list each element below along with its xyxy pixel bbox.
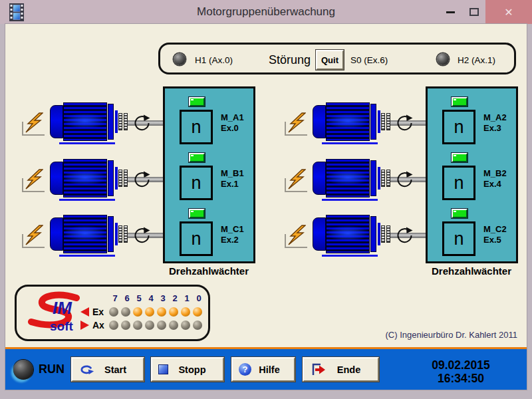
date-text: 09.02.2015 bbox=[408, 358, 514, 372]
start-icon bbox=[78, 362, 94, 378]
unit-ex: Ex.4 bbox=[483, 179, 507, 190]
lightning-icon bbox=[23, 224, 43, 247]
time-text: 16:34:50 bbox=[408, 372, 514, 385]
unit-name: M_A2 bbox=[483, 112, 507, 123]
exit-icon bbox=[310, 362, 327, 378]
speed-monitor-box: n bbox=[180, 221, 213, 256]
rotation-arrow-icon bbox=[130, 225, 152, 246]
ax-bit-led-5 bbox=[133, 321, 142, 330]
unit-name: M_B2 bbox=[483, 168, 507, 179]
power-bolt-button-a1[interactable] bbox=[22, 110, 45, 136]
speed-ok-led bbox=[452, 97, 467, 106]
lightning-icon bbox=[286, 168, 306, 191]
speed-monitor-box: n bbox=[180, 166, 213, 200]
stoerung-panel: H1 (Ax.0) Störung Quit S0 (Ex.6) H2 (Ax.… bbox=[158, 43, 516, 74]
watchdog-unit: n M_B1Ex.1 bbox=[165, 148, 253, 204]
speed-monitor-box: n bbox=[442, 221, 475, 256]
stoerung-title: Störung bbox=[269, 53, 311, 67]
run-led bbox=[13, 360, 33, 380]
close-button[interactable]: ✕ bbox=[485, 0, 532, 24]
speed-ok-led bbox=[189, 97, 205, 106]
power-bolt-button-c1[interactable] bbox=[22, 223, 45, 248]
window-controls: ✕ bbox=[439, 0, 532, 24]
speed-monitor-box: n bbox=[442, 166, 475, 200]
ax-bit-led-3 bbox=[157, 321, 166, 330]
lightning-icon bbox=[286, 112, 306, 134]
ex-bit-led-7 bbox=[109, 307, 118, 317]
power-bolt-button-a2[interactable] bbox=[285, 110, 307, 136]
watchdog-unit: n M_A1Ex.0 bbox=[165, 92, 253, 148]
unit-ex: Ex.3 bbox=[483, 123, 507, 134]
h1-label: H1 (Ax.0) bbox=[195, 55, 233, 65]
speed-ok-led bbox=[452, 153, 467, 162]
motor-base bbox=[59, 142, 115, 144]
ex-arrow-icon bbox=[80, 307, 89, 317]
motor-body bbox=[63, 102, 107, 141]
ax-bit-led-6 bbox=[121, 321, 130, 330]
bit-numbers: 76 54 32 10 bbox=[109, 293, 205, 303]
speed-ok-led bbox=[189, 153, 205, 162]
unit-name: M_B1 bbox=[221, 168, 244, 179]
speed-watchdog-panel-2: n M_A2Ex.3 n M_B2Ex.4 n M_C2Ex.5 bbox=[426, 86, 518, 263]
ex-row-label: Ex bbox=[92, 307, 104, 317]
ex-bit-led-1 bbox=[181, 307, 190, 317]
stopp-button[interactable]: Stopp bbox=[151, 357, 224, 382]
start-button[interactable]: Start bbox=[71, 357, 144, 382]
titlebar: Motorgruppenüberwachung ✕ bbox=[0, 0, 532, 24]
datetime-display: 09.02.2015 16:34:50 bbox=[408, 358, 514, 385]
motor-b1 bbox=[50, 159, 128, 201]
watchdog-label-2: Drehzahlwächter bbox=[405, 265, 532, 277]
unit-name: M_C1 bbox=[221, 224, 244, 235]
minimize-button[interactable] bbox=[439, 0, 462, 24]
ex-bit-led-5 bbox=[133, 307, 142, 317]
motor-c2 bbox=[313, 215, 391, 257]
ex-led-row bbox=[109, 307, 202, 317]
h2-indicator-led bbox=[437, 53, 449, 65]
ex-bit-led-4 bbox=[145, 307, 154, 317]
motor-a1 bbox=[50, 102, 128, 144]
power-bolt-button-b1[interactable] bbox=[22, 167, 45, 192]
rotation-arrow-icon bbox=[130, 169, 152, 190]
unit-ex: Ex.1 bbox=[221, 179, 244, 190]
unit-ex: Ex.0 bbox=[221, 123, 244, 134]
rotation-arrow-icon bbox=[393, 112, 414, 134]
ax-arrow-icon bbox=[80, 321, 89, 330]
copyright-text: (C) Ingenieurbüro Dr. Kahlert 2011 bbox=[285, 330, 517, 340]
ax-bit-led-0 bbox=[193, 321, 202, 330]
speed-monitor-box: n bbox=[442, 110, 475, 144]
ex-bit-led-0 bbox=[193, 307, 202, 317]
ax-row-label: Ax bbox=[92, 320, 104, 331]
motor-endcap bbox=[50, 105, 63, 138]
watchdog-unit: n M_B2Ex.4 bbox=[428, 148, 516, 204]
watchdog-unit: n M_A2Ex.3 bbox=[428, 92, 516, 148]
power-bolt-button-c2[interactable] bbox=[285, 223, 307, 248]
unit-name: M_A1 bbox=[221, 112, 244, 123]
motor-c1 bbox=[50, 215, 128, 257]
hilfe-button[interactable]: Hilfe bbox=[231, 357, 295, 382]
close-icon: ✕ bbox=[504, 6, 513, 19]
client-area: H1 (Ax.0) Störung Quit S0 (Ex.6) H2 (Ax.… bbox=[5, 24, 527, 390]
speed-ok-led bbox=[189, 209, 205, 218]
power-bolt-button-b2[interactable] bbox=[285, 167, 307, 192]
watchdog-unit: n M_C2Ex.5 bbox=[428, 204, 516, 260]
rotation-arrow-icon bbox=[393, 225, 414, 246]
motor-a2 bbox=[313, 102, 391, 144]
coupling bbox=[124, 113, 128, 130]
motor-b2 bbox=[313, 159, 391, 201]
ende-button[interactable]: Ende bbox=[303, 357, 379, 382]
lightning-icon bbox=[23, 168, 43, 191]
status-bar: RUN Start Stopp Hilfe Ende 09.02.2015 16… bbox=[5, 347, 527, 390]
quit-button[interactable]: Quit bbox=[316, 50, 344, 70]
maximize-button[interactable] bbox=[462, 0, 485, 24]
minimize-icon bbox=[446, 11, 455, 13]
maximize-icon bbox=[469, 8, 479, 16]
help-icon bbox=[239, 363, 251, 376]
stop-icon bbox=[158, 364, 168, 374]
watchdog-label-1: Drehzahlwächter bbox=[142, 265, 275, 277]
rotation-arrow-icon bbox=[130, 112, 152, 134]
h1-indicator-led bbox=[174, 53, 186, 65]
simsoft-logo: IM soft bbox=[23, 291, 90, 337]
lightning-icon bbox=[286, 224, 306, 247]
ex-bit-led-2 bbox=[169, 307, 178, 317]
watchdog-unit: n M_C1Ex.2 bbox=[165, 204, 253, 260]
